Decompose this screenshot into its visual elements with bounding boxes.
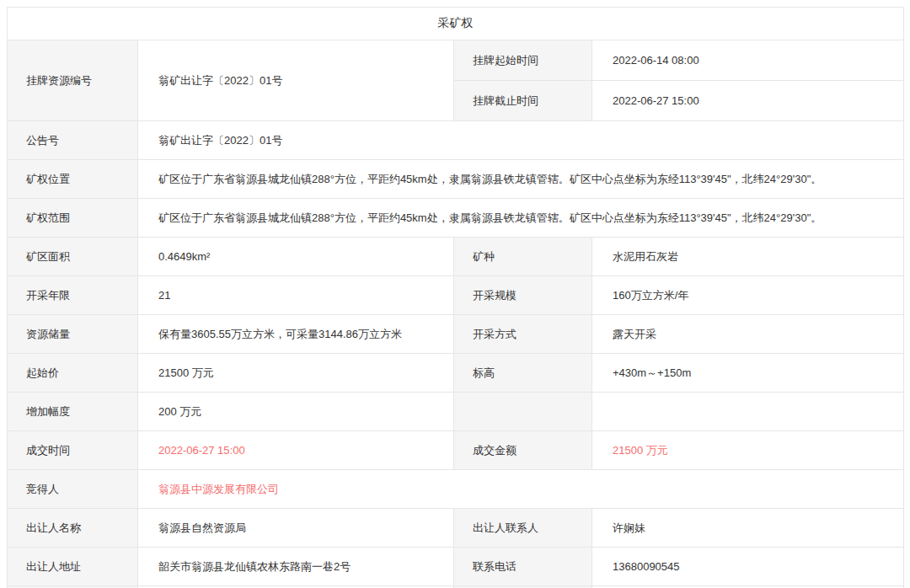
- field-label-listing-number: 挂牌资源编号: [8, 40, 138, 121]
- field-label-increment: 增加幅度: [8, 393, 138, 431]
- field-label-resource-reserves: 资源储量: [8, 315, 138, 354]
- field-value-mining-range: 矿区位于广东省翁源县城龙仙镇288°方位，平距约45km处，隶属翁源县铁龙镇管辖…: [138, 199, 904, 238]
- field-label-listing-end-time: 挂牌截止时间: [454, 81, 592, 121]
- table-title: 采矿权: [8, 8, 904, 40]
- field-label-listing-start-time: 挂牌起始时间: [454, 40, 592, 81]
- field-value-increment: 200 万元: [138, 393, 454, 431]
- field-value-winning-bidder: 翁源县中源发展有限公司: [138, 470, 904, 509]
- field-label-announcement-no: 公告号: [8, 121, 138, 160]
- field-label-transferor-address: 出让人地址: [8, 548, 138, 586]
- field-value-listing-start-time: 2022-06-14 08:00: [592, 40, 904, 81]
- field-value-mining-method: 露天开采: [592, 315, 904, 354]
- field-value-announcement-no: 翁矿出让字〔2022〕01号: [138, 121, 904, 160]
- field-label-starting-price: 起始价: [8, 354, 138, 393]
- field-value-deal-time: 2022-06-27 15:00: [138, 431, 454, 470]
- mining-rights-table: 采矿权 挂牌资源编号 翁矿出让字〔2022〕01号 挂牌起始时间 2022-06…: [7, 7, 904, 588]
- field-value-contact-phone: 13680090545: [592, 548, 904, 586]
- field-label-mining-scale: 开采规模: [454, 276, 592, 315]
- page: 采矿权 挂牌资源编号 翁矿出让字〔2022〕01号 挂牌起始时间 2022-06…: [0, 0, 910, 588]
- field-value-resource-reserves: 保有量3605.55万立方米，可采量3144.86万立方米: [138, 315, 454, 354]
- field-label-mining-years: 开采年限: [8, 276, 138, 315]
- field-label-mining-range: 矿权范围: [8, 199, 138, 238]
- field-value-listing-number: 翁矿出让字〔2022〕01号: [138, 40, 454, 121]
- field-label-deal-time: 成交时间: [8, 431, 138, 470]
- field-value-transferor-address: 韶关市翁源县龙仙镇农林东路南一巷2号: [138, 548, 454, 586]
- field-label-deal-amount: 成交金额: [454, 431, 592, 470]
- field-value-mineral-type: 水泥用石灰岩: [592, 238, 904, 276]
- field-label-elevation: 标高: [454, 354, 592, 393]
- field-label-mining-method: 开采方式: [454, 315, 592, 354]
- field-value-starting-price: 21500 万元: [138, 354, 454, 393]
- field-value-transferor-contact: 许娴妹: [592, 509, 904, 548]
- field-label-mining-location: 矿权位置: [8, 160, 138, 199]
- field-value-deal-amount: 21500 万元: [592, 431, 904, 470]
- field-label-winning-bidder: 竞得人: [8, 470, 138, 509]
- empty-label-cell: [454, 393, 592, 431]
- field-value-mining-location: 矿区位于广东省翁源县城龙仙镇288°方位，平距约45km处，隶属翁源县铁龙镇管辖…: [138, 160, 904, 199]
- field-label-mining-area: 矿区面积: [8, 238, 138, 276]
- field-value-mining-area: 0.4649km²: [138, 238, 454, 276]
- field-value-mining-years: 21: [138, 276, 454, 315]
- field-label-transferor-contact: 出让人联系人: [454, 509, 592, 548]
- field-value-listing-end-time: 2022-06-27 15:00: [592, 81, 904, 121]
- field-label-mineral-type: 矿种: [454, 238, 592, 276]
- empty-value-cell: [592, 393, 904, 431]
- field-value-mining-scale: 160万立方米/年: [592, 276, 904, 315]
- field-value-transferor-name: 翁源县自然资源局: [138, 509, 454, 548]
- field-label-contact-phone: 联系电话: [454, 548, 592, 586]
- field-label-transferor-name: 出让人名称: [8, 509, 138, 548]
- field-value-elevation: +430m～+150m: [592, 354, 904, 393]
